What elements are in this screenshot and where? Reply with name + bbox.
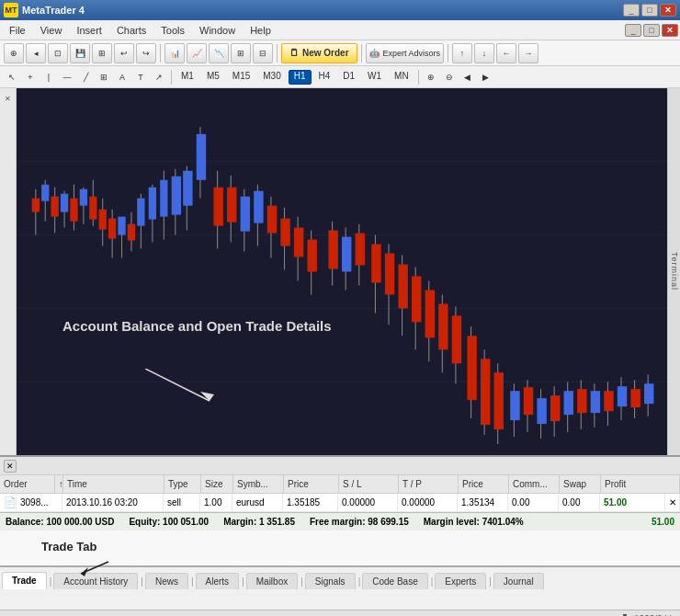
toolbar-down[interactable]: ↓ [474, 43, 494, 63]
toolbar-chart3[interactable]: 📉 [209, 43, 229, 63]
tab-trade[interactable]: Trade [2, 572, 47, 589]
toolbar-chart4[interactable]: ⊞ [231, 43, 251, 63]
terminal-close[interactable]: ✕ [4, 460, 17, 473]
title-bar-left: MT MetaTrader 4 [4, 3, 85, 17]
svg-rect-50 [267, 206, 277, 234]
tf-h4[interactable]: H4 [313, 70, 336, 85]
tf-w1[interactable]: W1 [362, 70, 387, 85]
svg-rect-46 [241, 197, 250, 232]
tab-sep2: | [139, 574, 145, 589]
toolbar-right[interactable]: → [518, 43, 538, 63]
svg-rect-70 [412, 276, 421, 322]
tb2-sep1 [171, 70, 172, 85]
menu-tools[interactable]: Tools [153, 23, 192, 38]
candlestick-chart [17, 88, 667, 455]
row-close-btn[interactable]: ✕ [665, 494, 680, 511]
label-tool[interactable]: T [132, 69, 149, 86]
toolbar-save[interactable]: 💾 [70, 43, 90, 63]
tf-m1[interactable]: M1 [176, 70, 199, 85]
side-close[interactable]: ✕ [2, 92, 15, 105]
hline-tool[interactable]: — [59, 69, 75, 86]
toolbar-chart1[interactable]: 📊 [164, 43, 185, 63]
window-minimize[interactable]: _ [625, 24, 641, 37]
tab-sep6: | [357, 574, 363, 589]
crosshair-tool[interactable]: + [22, 69, 39, 86]
svg-rect-18 [80, 189, 87, 206]
trendline-tool[interactable]: ╱ [77, 69, 94, 86]
toolbar-print[interactable]: ⊞ [92, 43, 112, 63]
toolbar-up[interactable]: ↑ [452, 43, 472, 63]
tools-btn[interactable]: ⊞ [96, 69, 112, 86]
toolbar-nav[interactable]: ⊡ [48, 43, 68, 63]
title-bar-controls[interactable]: _ □ ✕ [623, 4, 676, 17]
col-header-time: Time [63, 475, 164, 493]
col-header-symbol: Symb... [233, 475, 284, 493]
menu-window[interactable]: Window [192, 23, 243, 38]
scroll-chart-left[interactable]: ◀ [459, 69, 476, 86]
tf-mn[interactable]: MN [389, 70, 414, 85]
zoom-out-button[interactable]: ⊖ [441, 69, 458, 86]
toolbar-chart5[interactable]: ⊟ [253, 43, 273, 63]
tab-sep8: | [487, 574, 493, 589]
tab-signals[interactable]: Signals [305, 573, 356, 589]
row-size: 1.00 [200, 494, 232, 511]
menu-view[interactable]: View [33, 23, 70, 38]
toolbar-new[interactable]: ⊕ [4, 43, 24, 63]
svg-rect-26 [118, 217, 125, 235]
svg-rect-20 [89, 197, 96, 220]
row-order: 3098... [17, 494, 62, 511]
window-maximize[interactable]: □ [643, 24, 660, 37]
toolbar-sep3 [361, 44, 362, 63]
menu-insert[interactable]: Insert [69, 23, 109, 38]
svg-rect-38 [183, 171, 192, 206]
tf-h1[interactable]: H1 [289, 70, 312, 85]
tab-experts[interactable]: Experts [435, 573, 486, 589]
zoom-in-button[interactable]: ⊕ [423, 69, 439, 86]
tab-journal[interactable]: Journal [493, 573, 544, 589]
window-close[interactable]: ✕ [662, 24, 678, 37]
svg-rect-68 [398, 265, 407, 309]
free-margin-text: Free margin: 98 699.15 [310, 517, 409, 527]
tf-m15[interactable]: M15 [227, 70, 255, 85]
maximize-button[interactable]: □ [641, 4, 658, 17]
menu-charts[interactable]: Charts [109, 23, 153, 38]
svg-rect-72 [425, 290, 435, 337]
tf-m30[interactable]: M30 [257, 70, 286, 85]
tb2-sep2 [418, 70, 419, 85]
vline-tool[interactable]: | [40, 69, 57, 86]
col-header-sort[interactable]: ↑ [55, 475, 63, 493]
cursor-tool[interactable]: ↖ [4, 69, 20, 86]
ea-icon: 🤖 [369, 49, 380, 58]
menu-file[interactable]: File [2, 23, 33, 38]
main-toolbar: ⊕ ◂ ⊡ 💾 ⊞ ↩ ↪ 📊 📈 📉 ⊞ ⊟ 🗒 New Order 🤖 Ex… [0, 40, 680, 66]
toolbar-left[interactable]: ← [496, 43, 516, 63]
tab-account-history[interactable]: Account History [53, 573, 138, 589]
toolbar-undo[interactable]: ↩ [114, 43, 134, 63]
close-button[interactable]: ✕ [660, 4, 676, 17]
toolbar-chart2[interactable]: 📈 [187, 43, 207, 63]
tab-news[interactable]: News [145, 573, 188, 589]
menu-help[interactable]: Help [243, 23, 278, 38]
tab-alerts[interactable]: Alerts [196, 573, 240, 589]
tf-m5[interactable]: M5 [201, 70, 225, 85]
equity-text: Equity: 100 051.00 [129, 517, 209, 527]
svg-rect-58 [328, 231, 337, 269]
chart-area[interactable]: Account Balance and Open Trade Details [17, 88, 667, 455]
arrow-tool[interactable]: ↗ [151, 69, 167, 86]
text-tool[interactable]: A [114, 69, 130, 86]
scroll-chart-right[interactable]: ▶ [478, 69, 494, 86]
expert-advisors-button[interactable]: 🤖 Expert Advisors [366, 43, 445, 63]
new-order-button[interactable]: 🗒 New Order [281, 43, 357, 63]
right-side-panel: Terminal [667, 88, 680, 455]
tf-d1[interactable]: D1 [337, 70, 360, 85]
table-row[interactable]: 📄 3098... 2013.10.16 03:20 sell 1.00 eur… [0, 494, 680, 512]
svg-rect-88 [537, 398, 546, 424]
menu-right-controls[interactable]: _ □ ✕ [625, 24, 678, 37]
toolbar-redo[interactable]: ↪ [136, 43, 156, 63]
app-icon: MT [4, 3, 18, 17]
toolbar-back[interactable]: ◂ [26, 43, 46, 63]
tab-code-base[interactable]: Code Base [362, 573, 427, 589]
tab-mailbox[interactable]: Mailbox [246, 573, 298, 589]
tab-sep3: | [189, 574, 196, 589]
minimize-button[interactable]: _ [623, 4, 640, 17]
